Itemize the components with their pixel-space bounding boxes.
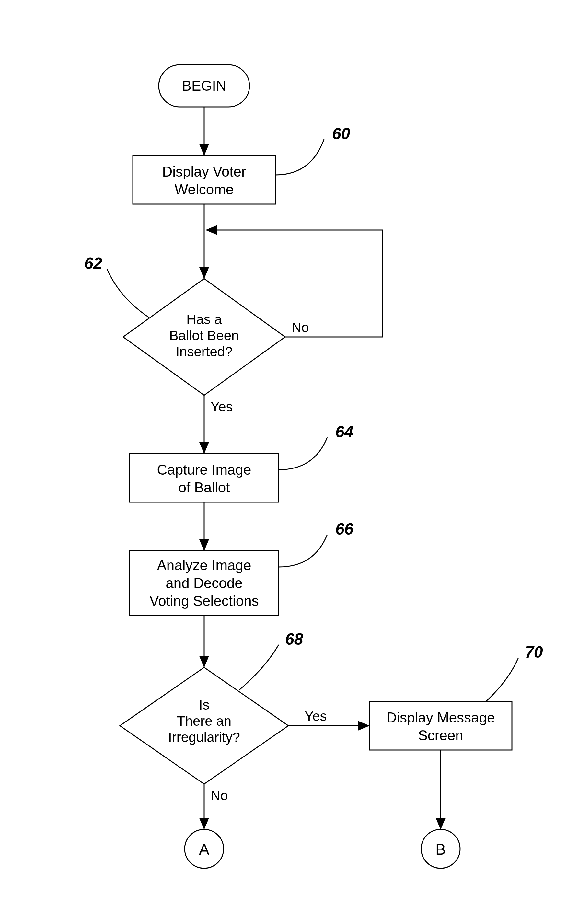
irregularity-decision: Is There an Irregularity? [120,667,288,784]
ballot-ref-label: 62 [84,254,102,273]
no-label-68: No [211,788,228,803]
welcome-node: Display Voter Welcome [133,155,275,204]
display-msg-line2: Screen [418,727,463,743]
capture-ref: 64 [279,423,353,470]
analyze-line3: Voting Selections [149,593,259,609]
display-msg-node: Display Message Screen [370,702,512,750]
irreg-line2: There an [177,713,231,729]
capture-line2: of Ballot [178,479,230,496]
begin-label: BEGIN [182,78,226,94]
yes-label-62: Yes [211,399,233,414]
connector-a-label: A [199,841,209,858]
no-label-62: No [291,320,309,335]
capture-ref-label: 64 [335,423,353,441]
yes-label-68: Yes [304,708,327,724]
welcome-ref-label: 60 [332,125,350,143]
irreg-line3: Irregularity? [168,729,240,745]
analyze-ref: 66 [279,520,354,567]
ballot-ref: 62 [84,254,149,317]
display-msg-ref: 70 [486,643,543,702]
ballot-line2: Ballot Been [170,328,239,343]
analyze-ref-label: 66 [335,520,354,538]
ballot-inserted-decision: Has a Ballot Been Inserted? [123,279,285,395]
irregularity-ref: 68 [239,630,303,690]
display-msg-ref-label: 70 [525,643,543,661]
capture-node: Capture Image of Ballot [129,454,279,502]
analyze-line1: Analyze Image [157,557,251,573]
begin-node: BEGIN [159,65,250,107]
analyze-node: Analyze Image and Decode Voting Selectio… [129,551,279,616]
ballot-line3: Inserted? [176,344,232,359]
welcome-ref: 60 [275,125,350,175]
ballot-line1: Has a [186,312,222,327]
edge-decision68-yes: Yes [288,708,368,726]
edge-decision62-yes: Yes [204,395,233,452]
connector-b-label: B [435,841,446,858]
welcome-line1: Display Voter [162,164,246,180]
connector-b: B [421,829,460,868]
analyze-line2: and Decode [165,575,242,591]
irregularity-ref-label: 68 [285,630,303,648]
connector-a: A [185,829,224,868]
capture-line1: Capture Image [157,462,251,478]
flowchart-diagram: BEGIN Display Voter Welcome 60 Has a Bal… [0,0,579,924]
edge-decision68-no: No [204,784,228,828]
irreg-line1: Is [199,697,209,713]
display-msg-line1: Display Message [386,710,495,725]
welcome-line2: Welcome [175,182,234,197]
